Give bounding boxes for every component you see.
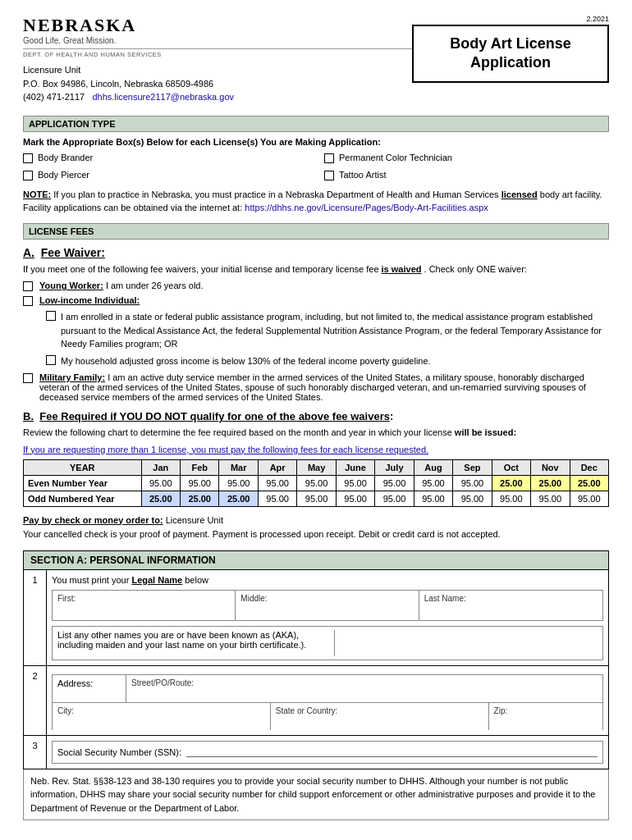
even-sep: 95.00 (453, 475, 492, 491)
fee-required-subtitle: Fee Required if YOU DO NOT qualify for o… (39, 410, 390, 422)
even-aug: 95.00 (414, 475, 452, 491)
low-income-waiver: Low-income Individual: (23, 295, 609, 306)
young-worker-text: Young Worker: I am under 26 years old. (39, 281, 204, 290)
odd-july: 95.00 (375, 491, 414, 506)
fee-table: YEAR Jan Feb Mar Apr May June July Aug S… (23, 459, 609, 507)
ssn-input[interactable] (186, 746, 598, 757)
low-income-sub2-checkbox[interactable] (46, 355, 56, 365)
row1-num: 1 (24, 570, 47, 665)
body-piercer-checkbox[interactable] (23, 171, 33, 180)
odd-aug: 95.00 (414, 491, 452, 506)
first-label: First: (57, 594, 230, 603)
app-type-instruction: Mark the Appropriate Box(s) Below for ea… (23, 137, 609, 147)
odd-oct: 95.00 (492, 491, 530, 506)
low-income-sub2-text: My household adjusted gross income is be… (61, 354, 431, 368)
middle-name-input[interactable] (240, 605, 413, 614)
odd-jan: 25.00 (141, 491, 180, 506)
military-family-desc: I am an active duty service member in th… (39, 372, 586, 402)
military-family-waiver: Military Family: I am an active duty ser… (23, 372, 609, 402)
row2-num: 2 (24, 666, 47, 735)
odd-nov: 95.00 (531, 491, 570, 506)
city-input[interactable] (57, 717, 265, 727)
street-cell: Street/PO/Route: (126, 675, 602, 702)
col-june: June (336, 459, 374, 475)
row3-num: 3 (24, 736, 47, 769)
fee-required-desc-text: Review the following chart to determine … (23, 427, 455, 437)
page-title: Body Art LicenseApplication (428, 34, 593, 73)
even-may: 95.00 (297, 475, 336, 491)
contact-email-link[interactable]: dhhs.licensure2117@nebraska.gov (92, 92, 234, 102)
body-piercer-label: Body Piercer (38, 170, 89, 180)
first-name-input[interactable] (57, 605, 230, 614)
footer-note: Neb. Rev. Stat. §§38-123 and 38-130 requ… (23, 769, 609, 821)
fee-waiver-desc: If you meet one of the following fee wai… (23, 262, 609, 276)
fee-link[interactable]: If you are requesting more than 1 licens… (23, 445, 428, 454)
first-name-field: First: (53, 591, 236, 620)
contact-info: Licensure Unit P.O. Box 94986, Lincoln, … (23, 63, 412, 104)
title-box: Body Art LicenseApplication (412, 25, 609, 83)
option-permanent-color: Permanent Color Technician (324, 153, 609, 163)
young-worker-checkbox[interactable] (23, 281, 33, 291)
state-input[interactable] (276, 717, 483, 727)
must-print-prefix: You must print your (52, 575, 131, 585)
street-input[interactable] (131, 689, 598, 699)
contact-address: P.O. Box 94986, Lincoln, Nebraska 68509-… (23, 77, 412, 91)
fee-waiver-title: A. Fee Waiver: (23, 246, 609, 259)
note-label: NOTE: (23, 189, 51, 199)
col-nov: Nov (531, 459, 570, 475)
permanent-color-label: Permanent Color Technician (339, 153, 452, 162)
facility-link[interactable]: https://dhhs.ne.gov/Licensure/Pages/Body… (245, 203, 488, 212)
body-brander-label: Body Brander (38, 153, 93, 162)
note-text1: If you plan to practice in Nebraska, you… (53, 189, 501, 199)
table-row-even: Even Number Year 95.00 95.00 95.00 95.00… (24, 475, 609, 491)
state-cell: State or Country: (271, 703, 489, 730)
low-income-sub1-checkbox[interactable] (46, 311, 56, 321)
young-worker-desc: I am under 26 years old. (106, 281, 204, 290)
address-label: Address: (53, 675, 126, 702)
fee-required-title: B. Fee Required if YOU DO NOT qualify fo… (23, 410, 609, 422)
low-income-label: Low-income Individual: (39, 295, 140, 305)
last-name-input[interactable] (424, 605, 598, 614)
military-family-checkbox[interactable] (23, 373, 33, 383)
low-income-sub2: My household adjusted gross income is be… (46, 354, 609, 368)
body-brander-checkbox[interactable] (23, 153, 33, 163)
even-nov: 25.00 (531, 475, 570, 491)
col-jan: Jan (141, 459, 180, 475)
contact-phone: (402) 471-2117 (23, 92, 85, 102)
military-family-text: Military Family: I am an active duty ser… (39, 372, 609, 402)
row1-content: You must print your Legal Name below Fir… (47, 570, 608, 665)
pay-bold-label: Pay by check or money order to: (23, 515, 163, 525)
section-b-label: B. (23, 410, 34, 422)
dept-label: DEPT. OF HEALTH AND HUMAN SERVICES (23, 48, 412, 58)
low-income-checkbox[interactable] (23, 296, 33, 306)
even-year-label: Even Number Year (24, 475, 142, 491)
zip-label: Zip: (494, 706, 598, 715)
odd-mar: 25.00 (219, 491, 258, 506)
zip-input[interactable] (494, 717, 598, 727)
even-mar: 95.00 (219, 475, 258, 491)
version-label: 2.2021 (586, 15, 609, 23)
section-a-row1: 1 You must print your Legal Name below F… (24, 570, 608, 666)
legal-name-label: Legal Name (131, 575, 182, 585)
col-feb: Feb (181, 459, 219, 475)
tattoo-artist-checkbox[interactable] (324, 171, 334, 180)
col-mar: Mar (219, 459, 258, 475)
aka-text: List any other names you are or have bee… (57, 630, 321, 656)
application-type-section: APPLICATION TYPE Mark the Appropriate Bo… (23, 116, 609, 215)
option-body-piercer: Body Piercer (23, 170, 308, 180)
option-tattoo-artist: Tattoo Artist (324, 170, 609, 180)
unit-name: Licensure Unit (23, 63, 412, 77)
section-a-label: A. (23, 246, 34, 259)
even-june: 95.00 (336, 475, 374, 491)
col-dec: Dec (570, 459, 608, 475)
address-section: Address: Street/PO/Route: City: State or… (52, 674, 603, 730)
permanent-color-checkbox[interactable] (324, 153, 334, 163)
row2-content: Address: Street/PO/Route: City: State or… (47, 666, 608, 735)
ssn-label: Social Security Number (SSN): (57, 747, 181, 757)
even-oct: 25.00 (492, 475, 530, 491)
military-family-label: Military Family: (39, 372, 105, 382)
must-print-suffix: below (185, 575, 208, 585)
aka-input[interactable] (335, 630, 598, 656)
middle-name-field: Middle: (236, 591, 419, 620)
aka-line2: including maiden and your last name on y… (57, 640, 321, 650)
